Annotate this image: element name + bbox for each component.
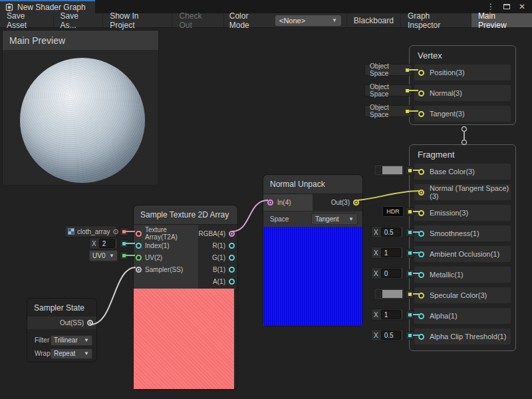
graph-inspector-toggle-button[interactable]: Graph Inspector [400, 13, 471, 27]
alpha-value-chip[interactable]: X 1 [371, 309, 404, 321]
input-row-sampler[interactable]: Sampler(SS) [134, 263, 198, 275]
specular-color-swatch[interactable] [374, 288, 404, 300]
normal-unpack-out-row[interactable]: Out(3) [313, 194, 362, 211]
main-preview-header[interactable]: Main Preview [3, 31, 158, 50]
alpha-port[interactable] [418, 313, 424, 319]
fragment-row-metallic[interactable]: Metallic(1) [414, 267, 511, 283]
index-value-chip[interactable]: X 2 [89, 237, 118, 249]
emission-port[interactable] [418, 210, 424, 216]
fragment-row-alpha[interactable]: Alpha(1) [414, 308, 511, 324]
vertex-row-position[interactable]: Position(3) [414, 65, 511, 80]
normal-unpack-in-row[interactable]: In(4) [263, 194, 313, 211]
in-port[interactable] [267, 200, 273, 205]
output-row-b[interactable]: B(1) [198, 263, 237, 275]
fragment-row-normal-ts[interactable]: Normal (Tangent Space)(3) [414, 184, 511, 200]
fragment-row-emission[interactable]: Emission(3) [414, 205, 511, 221]
main-preview-panel[interactable]: Main Preview [3, 31, 158, 185]
fragment-node[interactable]: Fragment Base Color(3) Normal (Tangent S… [409, 144, 516, 351]
sampler-state-node[interactable]: Sampler State Out(SS) Filter Trilinear ▼… [27, 298, 97, 362]
tangent-port[interactable] [418, 111, 424, 117]
normal-unpack-node[interactable]: Normal Unpack In(4) Out(3) Space Tangent… [263, 174, 363, 327]
vec3-dot [408, 169, 412, 172]
metallic-port[interactable] [418, 272, 424, 278]
wrap-dropdown[interactable]: Repeat ▼ [51, 348, 92, 359]
output-row-a[interactable]: A(1) [198, 275, 237, 287]
blackboard-toggle-button[interactable]: Blackboard [346, 13, 400, 27]
texture-array-object-chip[interactable]: cloth_array ⊙ [65, 225, 117, 237]
texture-array-port[interactable] [136, 231, 142, 237]
object-picker-icon[interactable]: ⊙ [112, 228, 118, 235]
specular-color-port[interactable] [418, 293, 424, 299]
smoothness-value-chip[interactable]: X 0.5 [371, 226, 404, 238]
g-port[interactable] [229, 255, 235, 261]
vec1-dot [122, 242, 126, 245]
maximize-icon[interactable] [503, 4, 510, 9]
x-label: X [374, 249, 378, 257]
kebab-menu-icon[interactable]: ⋮ [487, 3, 495, 11]
wrap-value: Repeat [54, 350, 75, 357]
vertex-row-normal[interactable]: Normal(3) [414, 85, 511, 101]
out-ss-port[interactable] [87, 320, 93, 326]
filter-value: Trilinear [54, 336, 78, 344]
smoothness-value-field[interactable]: 0.5 [381, 227, 401, 237]
wire-samplerstate-to-sampler[interactable] [90, 267, 136, 325]
show-in-project-button[interactable]: Show In Project [103, 13, 172, 27]
uv-port[interactable] [136, 255, 142, 261]
vec1-dot [408, 313, 412, 317]
ambient-occlusion-value-field[interactable]: 1 [381, 248, 401, 257]
object-space-chip-tangent[interactable]: Object Space [364, 105, 412, 117]
input-row-index[interactable]: Index(1) [134, 239, 198, 251]
smoothness-port[interactable] [418, 231, 424, 237]
normal-port[interactable] [418, 90, 424, 96]
wrap-label: Wrap [35, 350, 51, 357]
color-mode-dropdown[interactable]: <None> ▼ [275, 15, 341, 26]
base-color-swatch[interactable] [374, 164, 404, 176]
close-icon[interactable]: ✕ [519, 3, 525, 11]
metallic-value-field[interactable]: 0 [381, 269, 401, 278]
alpha-clip-value-field[interactable]: 0.5 [381, 331, 401, 340]
fragment-row-smoothness[interactable]: Smoothness(1) [414, 225, 511, 241]
input-row-texture-array[interactable]: Texture Array(T2A) [134, 227, 198, 239]
uv-channel-dropdown[interactable]: UV0 ▼ [89, 250, 118, 261]
output-row-g[interactable]: G(1) [198, 251, 237, 263]
ambient-occlusion-port[interactable] [418, 251, 424, 257]
ambient-occlusion-value-chip[interactable]: X 1 [371, 247, 404, 259]
save-asset-button[interactable]: Save Asset [0, 13, 54, 27]
input-row-uv[interactable]: UV(2) [134, 251, 198, 263]
fragment-row-base-color[interactable]: Base Color(3) [414, 164, 511, 180]
r-port[interactable] [229, 243, 235, 249]
filter-dropdown[interactable]: Trilinear ▼ [51, 335, 92, 346]
object-space-chip-position[interactable]: Object Space [364, 64, 412, 76]
out-port[interactable] [353, 200, 359, 205]
emission-hdr-field[interactable]: HDR [382, 206, 404, 217]
vertex-node[interactable]: Vertex Position(3) Normal(3) Tangent(3) [409, 45, 516, 125]
main-preview-toggle-button[interactable]: Main Preview [471, 13, 532, 27]
sampler-state-out-row[interactable]: Out(SS) [27, 317, 96, 329]
fragment-row-ambient-occlusion[interactable]: Ambient Occlusion(1) [414, 246, 511, 262]
index-value-field[interactable]: 2 [99, 239, 115, 248]
fragment-row-specular-color[interactable]: Specular Color(3) [414, 287, 511, 303]
sampler-port[interactable] [136, 267, 142, 273]
index-label: Index(1) [145, 242, 170, 249]
normal-tangent-space-port[interactable] [418, 190, 424, 196]
sample-texture-2d-array-node[interactable]: Sample Texture 2D Array Texture Array(T2… [133, 205, 238, 390]
alpha-clip-value-chip[interactable]: X 0.5 [371, 329, 404, 341]
space-dropdown[interactable]: Tangent ▼ [311, 213, 358, 225]
output-row-rgba[interactable]: RGBA(4) [198, 227, 237, 239]
alpha-clip-threshold-port[interactable] [418, 334, 424, 340]
position-port[interactable] [418, 70, 424, 76]
output-row-r[interactable]: R(1) [198, 239, 237, 251]
color-field-edge [376, 166, 382, 174]
vec1-dot [408, 272, 412, 275]
vertex-row-tangent[interactable]: Tangent(3) [414, 106, 511, 122]
index-port[interactable] [136, 243, 142, 249]
b-port[interactable] [229, 267, 235, 273]
base-color-port[interactable] [418, 169, 424, 175]
metallic-value-chip[interactable]: X 0 [371, 267, 404, 279]
fragment-row-alpha-clip[interactable]: Alpha Clip Threshold(1) [414, 329, 511, 344]
object-space-chip-normal[interactable]: Object Space [364, 84, 412, 96]
a-port[interactable] [229, 279, 235, 285]
save-as-button[interactable]: Save As... [54, 13, 104, 27]
alpha-value-field[interactable]: 1 [381, 310, 401, 319]
rgba-port[interactable] [229, 231, 235, 237]
